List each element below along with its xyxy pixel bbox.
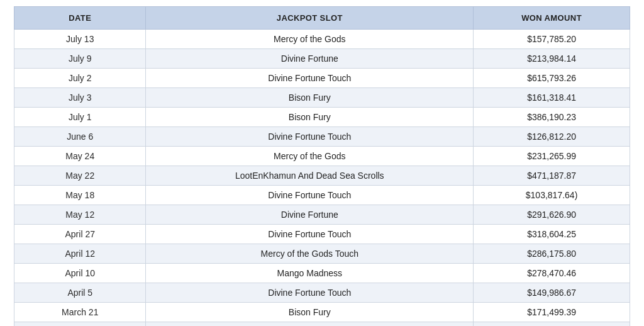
cell-slot: Divine Fortune (146, 49, 474, 69)
cell-date: March 17 (14, 322, 146, 327)
cell-amount: $291,626.90 (474, 205, 630, 225)
cell-slot: Divine Fortune Touch (146, 69, 474, 88)
cell-amount: $171,499.39 (474, 303, 630, 322)
cell-slot: Mercy of the Gods (146, 147, 474, 166)
cell-amount: $278,470.46 (474, 264, 630, 283)
cell-amount: $157,785.20 (474, 30, 630, 49)
cell-date: July 3 (14, 88, 146, 108)
table-row: March 17Bison Fury$335,502.02 (14, 322, 630, 327)
cell-slot: Divine Fortune Touch (146, 283, 474, 303)
cell-slot: Divine Fortune (146, 205, 474, 225)
header-won-amount: WON AMOUNT (474, 7, 630, 30)
cell-amount: $286,175.80 (474, 244, 630, 264)
cell-amount: $471,187.87 (474, 166, 630, 186)
cell-slot: Bison Fury (146, 303, 474, 322)
cell-slot: Bison Fury (146, 108, 474, 127)
table-row: July 3Bison Fury$161,318.41 (14, 88, 630, 108)
cell-date: April 10 (14, 264, 146, 283)
header-jackpot-slot: JACKPOT SLOT (146, 7, 474, 30)
table-row: July 9Divine Fortune$213,984.14 (14, 49, 630, 69)
table-row: April 12Mercy of the Gods Touch$286,175.… (14, 244, 630, 264)
cell-slot: LootEnKhamun And Dead Sea Scrolls (146, 166, 474, 186)
cell-slot: Mercy of the Gods (146, 30, 474, 49)
cell-amount: $615,793.26 (474, 69, 630, 88)
header-date: DATE (14, 7, 146, 30)
table-row: April 10Mango Madness$278,470.46 (14, 264, 630, 283)
cell-slot: Mango Madness (146, 264, 474, 283)
cell-amount: $386,190.23 (474, 108, 630, 127)
table-row: July 13Mercy of the Gods$157,785.20 (14, 30, 630, 49)
cell-slot: Divine Fortune Touch (146, 127, 474, 147)
cell-date: May 18 (14, 186, 146, 205)
cell-date: June 6 (14, 127, 146, 147)
cell-date: May 24 (14, 147, 146, 166)
table-row: May 22LootEnKhamun And Dead Sea Scrolls$… (14, 166, 630, 186)
cell-date: July 2 (14, 69, 146, 88)
table-row: May 24Mercy of the Gods$231,265.99 (14, 147, 630, 166)
cell-slot: Divine Fortune Touch (146, 186, 474, 205)
cell-date: May 22 (14, 166, 146, 186)
cell-date: April 27 (14, 225, 146, 244)
table-row: June 6Divine Fortune Touch$126,812.20 (14, 127, 630, 147)
cell-slot: Divine Fortune Touch (146, 225, 474, 244)
cell-amount: $149,986.67 (474, 283, 630, 303)
table-row: July 2Divine Fortune Touch$615,793.26 (14, 69, 630, 88)
table-header-row: DATE JACKPOT SLOT WON AMOUNT (14, 7, 630, 30)
cell-amount: $335,502.02 (474, 322, 630, 327)
cell-date: March 21 (14, 303, 146, 322)
cell-date: April 5 (14, 283, 146, 303)
table-row: July 1Bison Fury$386,190.23 (14, 108, 630, 127)
jackpot-table: DATE JACKPOT SLOT WON AMOUNT July 13Merc… (14, 6, 630, 326)
cell-slot: Mercy of the Gods Touch (146, 244, 474, 264)
cell-date: July 1 (14, 108, 146, 127)
cell-date: July 9 (14, 49, 146, 69)
cell-date: April 12 (14, 244, 146, 264)
cell-date: July 13 (14, 30, 146, 49)
cell-amount: $231,265.99 (474, 147, 630, 166)
cell-amount: $213,984.14 (474, 49, 630, 69)
cell-date: May 12 (14, 205, 146, 225)
table-row: March 21Bison Fury$171,499.39 (14, 303, 630, 322)
cell-amount: $318,604.25 (474, 225, 630, 244)
table-row: April 5Divine Fortune Touch$149,986.67 (14, 283, 630, 303)
cell-amount: $161,318.41 (474, 88, 630, 108)
cell-slot: Bison Fury (146, 88, 474, 108)
cell-amount: $103,817.64) (474, 186, 630, 205)
table-row: May 18Divine Fortune Touch$103,817.64) (14, 186, 630, 205)
cell-amount: $126,812.20 (474, 127, 630, 147)
cell-slot: Bison Fury (146, 322, 474, 327)
table-row: April 27Divine Fortune Touch$318,604.25 (14, 225, 630, 244)
table-row: May 12Divine Fortune$291,626.90 (14, 205, 630, 225)
